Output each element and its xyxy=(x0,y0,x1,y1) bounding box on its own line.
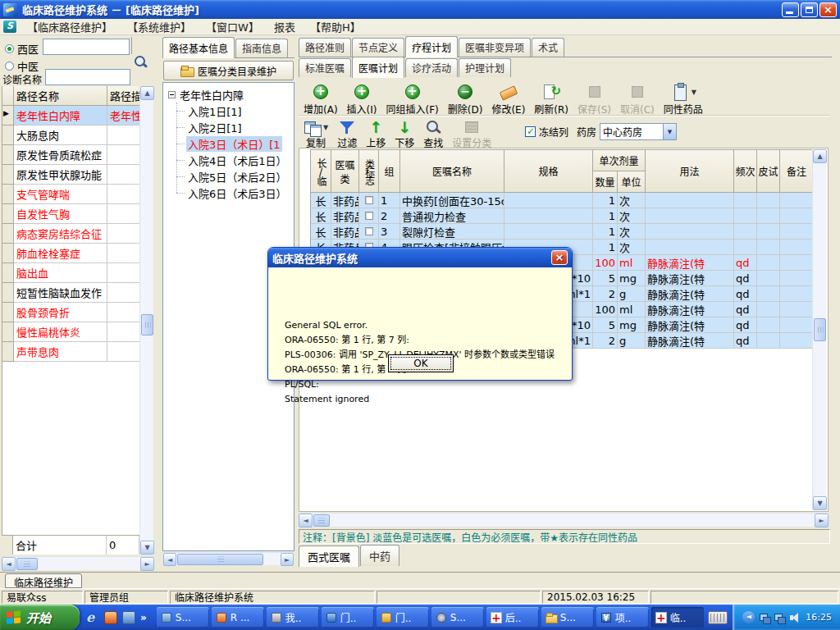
tree-day-label[interactable]: 入院3日（术日）[1 xyxy=(186,136,282,152)
menu-item[interactable]: 【帮助H】 xyxy=(303,19,368,34)
task-button[interactable]: S... xyxy=(541,607,594,628)
path-desc-cell[interactable] xyxy=(107,283,140,303)
scroll-left-button[interactable]: ◄ xyxy=(299,514,313,527)
path-name-cell[interactable]: 慢性扁桃体炎 xyxy=(14,322,107,342)
menu-item[interactable]: 【窗口W】 xyxy=(199,19,267,34)
pathway-row[interactable]: 声带息肉 xyxy=(2,342,139,362)
toolbar-button[interactable]: ▼ 下移 xyxy=(391,118,418,150)
toolbar-button[interactable]: ▼ 设置分类 xyxy=(449,118,495,150)
path-name-cell[interactable]: 短暂性脑缺血发作 xyxy=(14,283,107,303)
order-table-vscrollbar[interactable]: ▲ ▼ xyxy=(812,149,826,510)
path-desc-cell[interactable] xyxy=(107,322,140,342)
task-button[interactable]: R ... xyxy=(212,607,264,628)
task-button[interactable]: 临.. xyxy=(651,607,704,628)
tree-collapse-icon[interactable] xyxy=(168,91,176,98)
start-button[interactable]: 开始 xyxy=(0,605,80,630)
path-name-cell[interactable]: 原发性甲状腺功能 xyxy=(14,165,107,185)
row-checkbox[interactable] xyxy=(365,196,373,204)
path-desc-cell[interactable] xyxy=(107,342,140,362)
scroll-down-button[interactable]: ▼ xyxy=(140,541,154,555)
task-button[interactable]: 门.. xyxy=(377,607,429,628)
cell-order-name[interactable]: 中换药[创面在30-15cm2 xyxy=(400,193,504,208)
path-name-cell[interactable]: 病态窦房结综合征 xyxy=(14,224,107,244)
radio-icon[interactable] xyxy=(5,44,14,53)
path-desc-cell[interactable] xyxy=(107,165,140,185)
diagnosis-input[interactable] xyxy=(45,69,130,85)
scroll-thumb[interactable] xyxy=(313,514,330,527)
toolbar-button[interactable]: ▼ 删除(D) xyxy=(445,81,486,116)
scroll-thumb[interactable] xyxy=(814,318,826,341)
scroll-thumb[interactable] xyxy=(141,314,153,336)
radio-icon[interactable] xyxy=(5,62,14,71)
plan-tab[interactable]: 疗程计划 xyxy=(405,36,458,57)
scroll-right-button[interactable]: ► xyxy=(815,514,829,527)
toolbar-button[interactable]: ▼ 过滤 xyxy=(334,118,360,150)
scroll-right-button[interactable]: ► xyxy=(140,557,154,571)
task-button[interactable]: 我.. xyxy=(267,607,319,628)
pathway-row[interactable]: 自发性气胸 xyxy=(2,204,139,224)
path-name-cell[interactable]: 原发性骨质疏松症 xyxy=(14,145,107,165)
tray-chevron-icon[interactable]: ◄ xyxy=(742,611,755,623)
quick-launch-overflow-icon[interactable]: » xyxy=(140,612,147,623)
pathway-row[interactable]: 脑出血 xyxy=(2,263,139,283)
menu-item[interactable]: 【系统维护】 xyxy=(120,19,199,34)
row-checkbox[interactable] xyxy=(365,212,373,220)
tree-day-label[interactable]: 入院4日（术后1日） xyxy=(186,153,289,168)
tray-icon[interactable] xyxy=(774,612,785,623)
plan-tab[interactable]: 路径准则 xyxy=(299,38,351,57)
path-desc-cell[interactable] xyxy=(107,224,140,244)
path-name-cell[interactable]: 声带息肉 xyxy=(14,342,107,362)
pathway-row[interactable]: 股骨颈骨折 xyxy=(2,303,139,322)
mdi-window-tab[interactable]: 临床路径维护 xyxy=(5,573,82,588)
toolbar-button[interactable]: ▼ 保存(S) xyxy=(574,81,614,116)
row-checkbox[interactable] xyxy=(365,227,373,235)
cell-class-flag[interactable] xyxy=(359,224,379,240)
path-name-cell[interactable]: 股骨颈骨折 xyxy=(14,303,107,322)
path-desc-cell[interactable] xyxy=(107,185,140,204)
toolbar-button[interactable]: ▼ 上移 xyxy=(363,118,389,150)
path-desc-cell[interactable] xyxy=(107,204,140,224)
pathway-row[interactable]: 原发性骨质疏松症 xyxy=(2,145,139,165)
pathway-row[interactable]: 老年性白内障 老年性 xyxy=(2,106,139,126)
path-desc-cell[interactable]: 老年性 xyxy=(107,106,140,126)
task-button[interactable]: 后.. xyxy=(486,607,539,628)
scroll-up-button[interactable]: ▲ xyxy=(140,86,154,100)
tree-day-label[interactable]: 入院1日[1] xyxy=(186,103,244,119)
menu-item[interactable]: 报表 xyxy=(267,19,303,34)
task-button[interactable]: S... xyxy=(157,607,209,628)
tree-day-label[interactable]: 入院6日（术后3日） xyxy=(186,185,289,201)
tree-panel-tab[interactable]: 路径基本信息 xyxy=(162,37,235,58)
pathway-grid-hscrollbar[interactable]: ◄ ► xyxy=(2,556,154,570)
toolbar-button[interactable]: ▼ 同组插入(F) xyxy=(382,81,441,116)
pathway-row[interactable]: 病态窦房结综合征 xyxy=(2,224,139,244)
dialog-close-button[interactable]: × xyxy=(551,250,568,265)
pathway-row[interactable]: 支气管哮喘 xyxy=(2,185,139,204)
freeze-columns-checkbox[interactable] xyxy=(525,126,536,137)
tree-day-node[interactable]: 入院4日（术后1日） xyxy=(163,152,294,168)
minimize-button[interactable] xyxy=(782,2,799,17)
order-tab[interactable]: 诊疗活动 xyxy=(405,58,458,77)
order-row[interactable]: 长 非药品 3 裂隙灯检查 1 次 xyxy=(310,224,814,240)
path-desc-cell[interactable] xyxy=(107,126,140,145)
task-button[interactable]: 项.. xyxy=(596,607,649,628)
order-row[interactable]: 长 非药品 1 中换药[创面在30-15cm2 1 次 xyxy=(310,193,814,208)
path-desc-cell[interactable] xyxy=(107,263,140,283)
order-table-hscrollbar[interactable]: ◄ ► xyxy=(299,513,829,527)
dropdown-arrow-icon[interactable]: ▼ xyxy=(323,124,328,131)
tree-day-node[interactable]: 入院5日（术后2日） xyxy=(163,168,294,185)
tree-day-node[interactable]: 入院1日[1] xyxy=(163,103,294,119)
pathway-row[interactable]: 大肠息肉 xyxy=(2,126,139,145)
tree-day-label[interactable]: 入院2日[1] xyxy=(186,120,244,135)
path-name-cell[interactable]: 肺血栓栓塞症 xyxy=(14,244,107,263)
path-search-input[interactable] xyxy=(43,39,130,55)
scroll-right-button[interactable]: ► xyxy=(281,553,294,566)
internet-explorer-icon[interactable]: e xyxy=(86,611,99,624)
tree-root-node[interactable]: 老年性白内障 xyxy=(163,86,294,103)
pathway-row[interactable]: 原发性甲状腺功能 xyxy=(2,165,139,185)
toolbar-button[interactable]: ▼ 同性药品 xyxy=(660,81,706,116)
order-type-tab[interactable]: 中药 xyxy=(360,545,399,566)
restore-button[interactable] xyxy=(801,2,818,17)
task-button[interactable]: 门.. xyxy=(322,607,374,628)
tree-hscrollbar[interactable]: ◄ ► xyxy=(163,552,294,565)
menu-item[interactable]: 【临床路径维护】 xyxy=(20,19,120,34)
